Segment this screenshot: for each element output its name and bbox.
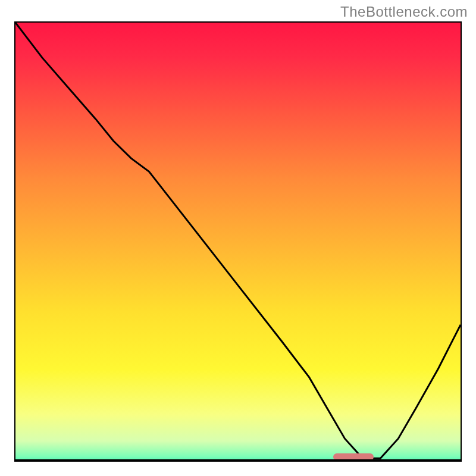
x-axis-baseline	[15, 459, 461, 461]
chart-canvas: TheBottleneck.com	[0, 0, 476, 476]
plot-area	[14, 21, 462, 462]
bottleneck-curve	[15, 23, 461, 461]
watermark-text: TheBottleneck.com	[340, 4, 468, 20]
